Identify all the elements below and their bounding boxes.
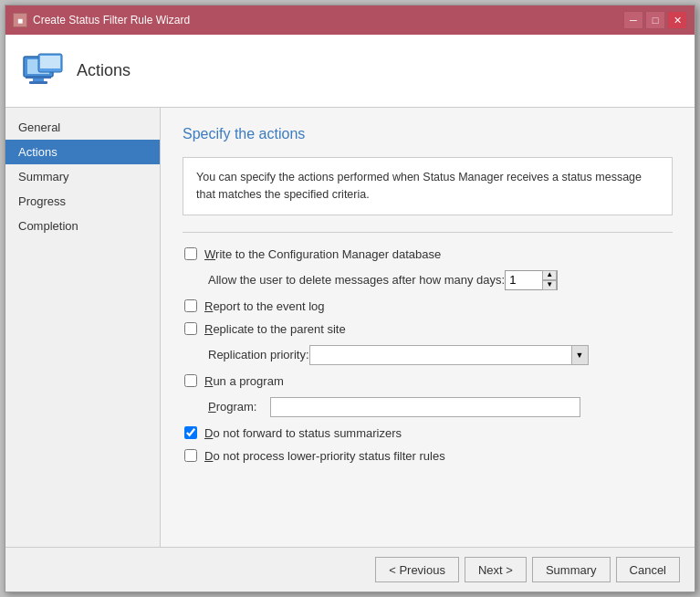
program-label: Program:: [208, 400, 270, 414]
replicate-parent-row: Replicate to the parent site: [183, 322, 673, 336]
spinner-buttons: ▲ ▼: [542, 270, 557, 290]
sidebar-item-summary[interactable]: Summary: [5, 164, 160, 189]
replication-priority-label: Replication priority:: [208, 348, 309, 361]
content-title: Specify the actions: [183, 126, 673, 142]
main-window: ■ Create Status Filter Rule Wizard ─ □ ✕: [5, 5, 695, 592]
write-to-db-checkbox[interactable]: [184, 247, 197, 260]
replication-priority-combo[interactable]: ▼: [309, 345, 589, 365]
divider: [183, 232, 673, 233]
content-area: Specify the actions You can specify the …: [161, 108, 695, 547]
run-program-label: Run a program: [204, 374, 284, 388]
delete-days-spinner: ▲ ▼: [505, 270, 558, 290]
no-summarizers-checkbox[interactable]: [184, 426, 197, 439]
summary-button[interactable]: Summary: [532, 557, 611, 582]
description-box: You can specify the actions performed wh…: [183, 157, 673, 215]
sidebar-item-progress[interactable]: Progress: [5, 189, 160, 214]
svg-rect-4: [26, 77, 51, 79]
write-to-db-row: Write to the Configuration Manager datab…: [183, 247, 673, 261]
program-row: Program:: [183, 397, 673, 417]
previous-button[interactable]: < Previous: [375, 557, 459, 582]
title-bar-left: ■ Create Status Filter Rule Wizard: [13, 13, 190, 27]
priority-combo-dropdown-button[interactable]: ▼: [571, 346, 588, 364]
cancel-button[interactable]: Cancel: [616, 557, 680, 582]
svg-rect-6: [40, 56, 60, 68]
report-event-checkbox[interactable]: [184, 299, 197, 312]
window-title: Create Status Filter Rule Wizard: [33, 14, 190, 26]
header-icon: [20, 49, 64, 93]
replicate-parent-checkbox[interactable]: [184, 322, 197, 335]
spinner-down-button[interactable]: ▼: [542, 280, 557, 290]
delete-days-label: Allow the user to delete messages after …: [208, 273, 505, 287]
no-lower-priority-row: Do not process lower-priority status fil…: [183, 449, 673, 463]
main-area: General Actions Summary Progress Complet…: [5, 108, 695, 547]
sidebar-item-general[interactable]: General: [5, 115, 160, 140]
window-icon: ■: [13, 13, 27, 27]
delete-days-row: Allow the user to delete messages after …: [183, 270, 673, 290]
report-event-label: Report to the event log: [204, 299, 325, 313]
run-program-checkbox[interactable]: [184, 374, 197, 387]
no-lower-priority-label: Do not process lower-priority status fil…: [204, 449, 445, 463]
no-summarizers-row: Do not forward to status summarizers: [183, 426, 673, 440]
replication-priority-row: Replication priority: ▼: [183, 345, 673, 365]
run-program-row: Run a program: [183, 374, 673, 388]
header-title: Actions: [77, 61, 131, 80]
no-lower-priority-checkbox[interactable]: [184, 449, 197, 462]
sidebar: General Actions Summary Progress Complet…: [5, 108, 161, 547]
program-input[interactable]: [270, 397, 580, 417]
maximize-button[interactable]: □: [645, 11, 665, 29]
no-summarizers-label: Do not forward to status summarizers: [204, 426, 402, 440]
report-event-row: Report to the event log: [183, 299, 673, 313]
svg-rect-3: [29, 81, 47, 84]
close-button[interactable]: ✕: [667, 11, 687, 29]
write-to-db-label: Write to the Configuration Manager datab…: [204, 247, 441, 261]
minimize-button[interactable]: ─: [623, 11, 643, 29]
delete-days-input[interactable]: [506, 271, 542, 289]
replicate-parent-label: Replicate to the parent site: [204, 322, 346, 336]
title-bar-buttons: ─ □ ✕: [623, 11, 687, 29]
sidebar-item-actions[interactable]: Actions: [5, 140, 160, 164]
description-text: You can specify the actions performed wh…: [196, 171, 642, 201]
next-button[interactable]: Next >: [465, 557, 527, 582]
footer: < Previous Next > Summary Cancel: [5, 547, 695, 592]
header-area: Actions: [5, 35, 695, 108]
spinner-up-button[interactable]: ▲: [542, 270, 557, 280]
sidebar-item-completion[interactable]: Completion: [5, 214, 160, 238]
title-bar: ■ Create Status Filter Rule Wizard ─ □ ✕: [5, 5, 695, 35]
